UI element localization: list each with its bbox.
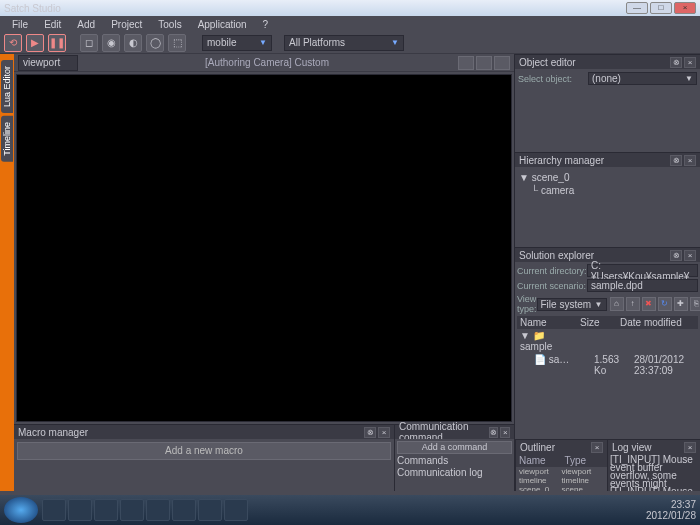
list-item[interactable]: viewportviewport	[516, 467, 607, 476]
hier-pin-icon[interactable]: ⊗	[670, 155, 682, 166]
menu-application[interactable]: Application	[190, 17, 255, 32]
objed-close-icon[interactable]: ×	[684, 57, 696, 68]
macro-panel-header: Macro manager ⊗ ×	[14, 424, 394, 439]
solution-title: Solution explorer	[519, 250, 594, 261]
menu-add[interactable]: Add	[69, 17, 103, 32]
main-toolbar: ⟲ ▶ ❚❚ ◻ ◉ ◐ ◯ ⬚ mobile▼ All Platforms▼	[0, 32, 700, 54]
tree-node-camera[interactable]: └ camera	[519, 184, 696, 197]
commlog-label: Communication log	[397, 467, 483, 478]
solution-body: Current directory:C:¥Users¥Kou¥sample¥ C…	[515, 262, 700, 439]
sol-icon-refresh[interactable]: ↻	[658, 297, 672, 311]
menu-help[interactable]: ?	[255, 17, 277, 32]
hierarchy-body: ▼ scene_0 └ camera	[515, 167, 700, 247]
play-button[interactable]: ▶	[26, 34, 44, 52]
log-close-icon[interactable]: ×	[684, 442, 696, 453]
sol-icon-new[interactable]: ✚	[674, 297, 688, 311]
solution-table-header: NameSizeDate modified	[517, 316, 698, 329]
tray-time: 23:37	[646, 499, 696, 510]
window-title: Satch Studio	[4, 3, 61, 14]
logview-title: Log view	[612, 442, 651, 453]
menu-file[interactable]: File	[4, 17, 36, 32]
viewport-3d[interactable]	[16, 74, 512, 422]
logview-header: Log view ×	[608, 439, 700, 454]
minimize-button[interactable]: —	[626, 2, 648, 14]
rewind-button[interactable]: ⟲	[4, 34, 22, 52]
tool-button-3[interactable]: ◐	[124, 34, 142, 52]
tool-button-4[interactable]: ◯	[146, 34, 164, 52]
viewport-tab-dropdown[interactable]: viewport	[18, 55, 78, 71]
menu-bar: File Edit Add Project Tools Application …	[0, 16, 700, 32]
objed-pin-icon[interactable]: ⊗	[670, 57, 682, 68]
logview-body: [TI_INPUT] Mouse event buffer overflow, …	[608, 454, 700, 491]
menu-edit[interactable]: Edit	[36, 17, 69, 32]
table-row[interactable]: ▼ 📁 sample	[517, 329, 698, 353]
out-close-icon[interactable]: ×	[591, 442, 603, 453]
taskbar-app-icon[interactable]	[224, 499, 248, 521]
hier-close-icon[interactable]: ×	[684, 155, 696, 166]
comm-pin-icon[interactable]: ⊗	[489, 427, 499, 438]
sidetab-lua-editor[interactable]: Lua Editor	[1, 60, 13, 113]
taskbar-app-icon[interactable]	[120, 499, 144, 521]
maximize-button[interactable]: □	[650, 2, 672, 14]
sol-icon-up[interactable]: ↑	[626, 297, 640, 311]
taskbar-app-icon[interactable]	[146, 499, 170, 521]
comm-close-icon[interactable]: ×	[500, 427, 510, 438]
table-row[interactable]: 📄 sa…1.563 Ko28/01/2012 23:37:09	[517, 353, 698, 377]
side-tab-strip: Lua Editor Timeline	[0, 54, 14, 491]
tool-button-5[interactable]: ⬚	[168, 34, 186, 52]
scenario-field[interactable]: sample.dpd	[587, 279, 698, 292]
outliner-body: NameType viewportviewport timelinetimeli…	[516, 454, 607, 491]
sol-icon-delete[interactable]: ✖	[642, 297, 656, 311]
start-button[interactable]	[4, 497, 38, 523]
sol-icon-home[interactable]: ⌂	[610, 297, 624, 311]
close-button[interactable]: ×	[674, 2, 696, 14]
log-line: [TI_INPUT] Mouse event buffer overflow, …	[610, 488, 698, 491]
sol-icon-copy[interactable]: ⎘	[690, 297, 701, 311]
tool-button-1[interactable]: ◻	[80, 34, 98, 52]
curdir-label: Current directory:	[517, 266, 587, 276]
viewtype-dropdown[interactable]: File system▼	[537, 298, 607, 311]
comm-panel-body: Add a command Commands Communication log	[395, 439, 514, 491]
sidetab-timeline[interactable]: Timeline	[1, 116, 13, 162]
object-editor-header: Object editor ⊗ ×	[515, 54, 700, 69]
system-tray[interactable]: 23:37 2012/01/28	[646, 499, 696, 521]
camera-label: [Authoring Camera] Custom	[78, 57, 456, 68]
log-line: [TI_INPUT] Mouse event buffer overflow, …	[610, 456, 698, 488]
add-command-button[interactable]: Add a command	[397, 441, 512, 454]
tray-date: 2012/01/28	[646, 510, 696, 521]
object-editor-title: Object editor	[519, 57, 576, 68]
window-titlebar: Satch Studio — □ ×	[0, 0, 700, 16]
pause-button[interactable]: ❚❚	[48, 34, 66, 52]
list-item[interactable]: timelinetimeline	[516, 476, 607, 485]
taskbar-app-icon[interactable]	[198, 499, 222, 521]
platform-target-dropdown[interactable]: mobile▼	[202, 35, 272, 51]
taskbar-chrome-icon[interactable]	[172, 499, 196, 521]
commands-label: Commands	[397, 455, 448, 466]
taskbar-explorer-icon[interactable]	[68, 499, 92, 521]
taskbar-ie-icon[interactable]	[42, 499, 66, 521]
outliner-title: Outliner	[520, 442, 555, 453]
macro-title: Macro manager	[18, 427, 88, 438]
list-item[interactable]: scene_0scene	[516, 485, 607, 491]
menu-project[interactable]: Project	[103, 17, 150, 32]
select-object-label: Select object:	[518, 74, 588, 84]
menu-tools[interactable]: Tools	[150, 17, 189, 32]
tree-node-scene[interactable]: ▼ scene_0	[519, 171, 696, 184]
tool-button-2[interactable]: ◉	[102, 34, 120, 52]
object-editor-body: Select object: (none)▼	[515, 69, 700, 152]
viewport-btn-1[interactable]	[458, 56, 474, 70]
taskbar-media-icon[interactable]	[94, 499, 118, 521]
comm-panel-header: Communication command ⊗ ×	[395, 424, 514, 439]
macro-pin-icon[interactable]: ⊗	[364, 427, 376, 438]
select-object-dropdown[interactable]: (none)▼	[588, 72, 697, 85]
macro-close-icon[interactable]: ×	[378, 427, 390, 438]
platforms-dropdown[interactable]: All Platforms▼	[284, 35, 404, 51]
curdir-field[interactable]: C:¥Users¥Kou¥sample¥	[587, 264, 698, 277]
hierarchy-header: Hierarchy manager ⊗ ×	[515, 152, 700, 167]
macro-panel-body: Add a new macro	[14, 439, 394, 476]
scenario-label: Current scenario:	[517, 281, 587, 291]
viewport-btn-2[interactable]	[476, 56, 492, 70]
viewtype-label: View type:	[517, 294, 537, 314]
viewport-btn-3[interactable]	[494, 56, 510, 70]
add-macro-button[interactable]: Add a new macro	[17, 442, 391, 460]
